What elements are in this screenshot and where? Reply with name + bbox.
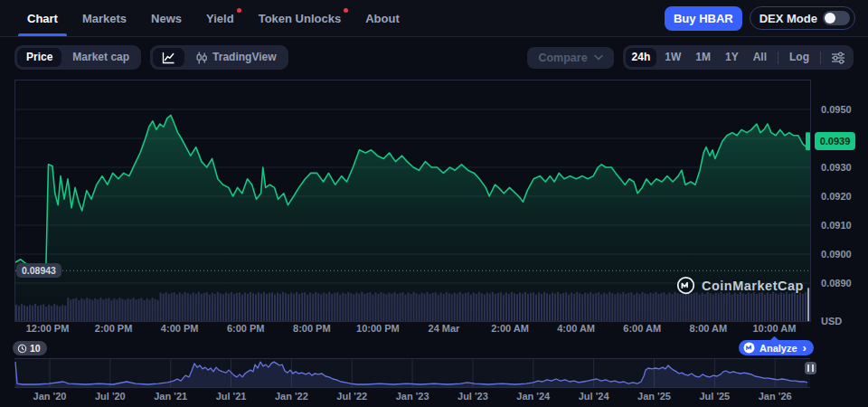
x-tick-label: 8:00 PM [293,323,331,334]
tab-markets[interactable]: Markets [82,0,127,36]
toggle-knob [825,13,835,24]
prev-close-label: 0.08943 [16,263,61,278]
clock-icon [17,344,27,354]
watermark: CoinMarketCap [676,276,804,295]
coinmarketcap-logo-icon [676,276,695,295]
tab-about[interactable]: About [365,0,400,36]
x-tick-label: 4:00 AM [557,323,595,334]
compare-label: Compare [538,52,587,64]
y-tick-label: 0.0950 [821,104,852,115]
navigator-handle[interactable] [805,362,816,374]
x-tick-label: 12:00 PM [26,323,70,334]
navigator-tick-label: Jan '22 [275,391,308,402]
tab-label: Token Unlocks [259,12,342,25]
navigator-tick-label: Jan '21 [154,391,187,402]
tab-label: News [151,12,182,25]
range-24h[interactable]: 24h [626,48,657,67]
x-tick-label: 2:00 PM [95,323,133,334]
navigator-tick-label: Jan '20 [33,391,67,402]
y-tick-label: 0.0890 [821,278,852,289]
tab-news[interactable]: News [151,0,182,36]
x-tick-label: 6:00 PM [227,323,265,334]
navigator-tick-label: Jul '23 [458,391,488,402]
handle-grip-icon [807,364,809,372]
handle-grip-icon [812,364,814,372]
range-1y[interactable]: 1Y [719,48,745,67]
navigator-tick-label: Jul '25 [699,391,730,402]
tab-label: Chart [27,12,58,25]
navigator-tick-label: Jul '20 [95,391,126,402]
tab-label: About [365,12,400,25]
dex-mode-label: DEX Mode [760,12,817,25]
analyze-button[interactable]: Analyze › [739,340,814,355]
y-tick-label: 0.0920 [821,191,852,202]
chart-toolbar: PriceMarket cap TradingView Compare 24h1… [0,44,868,71]
range-all[interactable]: All [747,48,773,67]
chart-settings-button[interactable] [826,52,851,64]
dex-mode-control[interactable]: DEX Mode [750,6,855,30]
tradingview-button[interactable]: TradingView [186,48,285,67]
tab-yield[interactable]: Yield [206,0,234,36]
analyze-label: Analyze [760,343,797,354]
metric-tab-price[interactable]: Price [17,48,61,67]
range-chips: 24h1W1M1YAll [626,48,773,67]
navigator-tick-label: Jan '23 [396,391,429,402]
range-group: 24h1W1M1YAll Log [623,45,854,70]
y-tick-label: 0.0900 [821,249,852,260]
y-tick-label: 0.0930 [821,162,852,173]
notification-dot [344,8,348,13]
history-navigator[interactable] [14,358,810,388]
divider [778,52,778,64]
navigator-tick-label: Jan '26 [759,391,792,402]
compare-button[interactable]: Compare [527,47,613,69]
last-price-badge: 0.0939 [815,132,855,150]
navigator-tick-label: Jul '21 [216,391,247,402]
navbar: ChartMarketsNewsYieldToken UnlocksAbout … [0,0,868,37]
tradingview-label: TradingView [212,51,276,64]
x-tick-label: 6:00 AM [623,323,661,334]
buy-hbar-button[interactable]: Buy HBAR [665,6,742,31]
x-tick-label: 24 Mar [429,323,460,334]
analyze-logo-icon [743,342,755,354]
x-tick-label: 8:00 AM [689,323,727,334]
navigator-tick-label: Jul '22 [336,391,367,402]
line-chart-button[interactable] [153,48,184,67]
watermark-text: CoinMarketCap [702,279,804,293]
navbar-right: Buy HBAR DEX Mode [665,6,855,31]
history-count: 10 [30,343,41,354]
tab-label: Yield [206,12,234,25]
range-1m[interactable]: 1M [689,48,717,67]
range-1w[interactable]: 1W [658,48,687,67]
chart-type-group: TradingView [150,45,288,70]
divider [820,52,821,64]
metric-toggle-group: PriceMarket cap [14,45,141,70]
navigator-tick-label: Jan '25 [637,391,671,402]
metric-tab-market-cap[interactable]: Market cap [63,48,138,67]
tab-chart[interactable]: Chart [27,0,58,36]
history-badge[interactable]: 10 [13,341,47,355]
candlestick-icon [195,52,208,64]
log-scale-button[interactable]: Log [783,48,816,67]
line-chart-icon [162,51,175,64]
chevron-right-icon: › [803,343,807,353]
x-tick-label: 10:00 AM [752,323,796,334]
x-axis: 12:00 PM2:00 PM4:00 PM6:00 PM8:00 PM10:0… [14,323,810,336]
nav-tabs: ChartMarketsNewsYieldToken UnlocksAbout [27,0,400,36]
navigator-chart[interactable] [14,358,810,388]
chevron-down-icon [594,54,603,61]
navigator-axis: Jan '20Jul '20Jan '21Jul '21Jan '22Jul '… [14,391,810,403]
y-tick-label: 0.0910 [821,220,852,231]
x-tick-label: 2:00 AM [491,323,529,334]
navigator-tick-label: Jan '24 [516,391,550,402]
tab-token-unlocks[interactable]: Token Unlocks [259,0,342,36]
notification-dot [237,8,241,13]
dex-mode-toggle[interactable] [823,11,850,25]
toolbar-right: Compare 24h1W1M1YAll Log [527,45,854,70]
x-tick-label: 4:00 PM [161,323,199,334]
navigator-tick-label: Jul '24 [579,391,609,402]
sliders-icon [831,52,845,64]
currency-label: USD [821,316,842,327]
tab-label: Markets [82,12,127,25]
toolbar-left: PriceMarket cap TradingView [14,45,288,70]
x-tick-label: 10:00 PM [356,323,400,334]
